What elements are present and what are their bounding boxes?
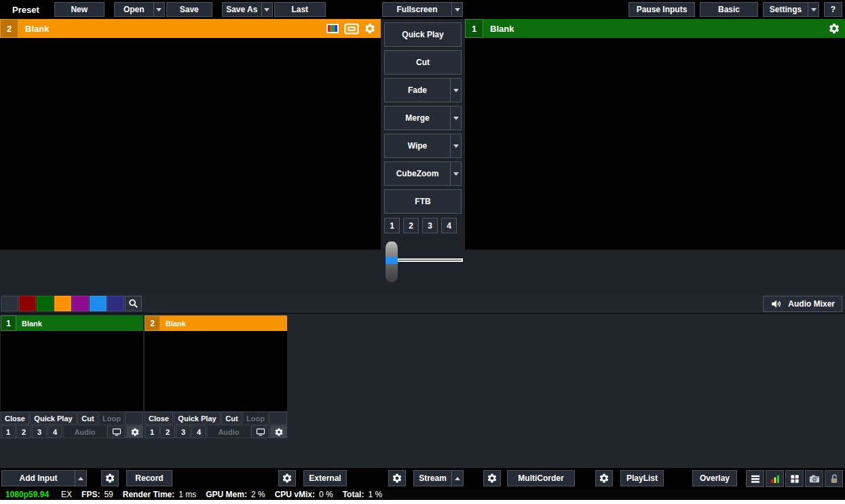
input-1-quick-play-button[interactable]: Quick Play: [30, 412, 77, 425]
color-swatch-navy[interactable]: [107, 296, 124, 311]
color-swatch-blue[interactable]: [90, 296, 107, 311]
record-button[interactable]: Record: [126, 470, 172, 486]
pause-inputs-button[interactable]: Pause Inputs: [628, 2, 695, 17]
playlist-settings-button[interactable]: [595, 470, 613, 486]
external-settings-button[interactable]: [278, 470, 296, 486]
open-dropdown-button[interactable]: [153, 2, 165, 17]
record-settings-button[interactable]: [101, 470, 119, 486]
search-button[interactable]: [125, 296, 142, 311]
save-as-dropdown-button[interactable]: [261, 2, 273, 17]
cut-label: Cut: [384, 50, 462, 75]
multicorder-settings-button[interactable]: [483, 470, 501, 486]
input-2-audio-button[interactable]: Audio: [207, 425, 250, 438]
input-2-overlay-3-button[interactable]: 3: [176, 425, 191, 438]
merge-dropdown-button[interactable]: [450, 106, 462, 130]
program-video-area[interactable]: [465, 38, 845, 250]
input-2-monitor-button[interactable]: [251, 425, 269, 438]
tbar-handle[interactable]: [386, 241, 398, 282]
overlay-2-button[interactable]: 2: [403, 218, 419, 233]
chevron-down-icon: [455, 8, 460, 12]
chevron-down-icon: [453, 144, 459, 148]
input-2-header[interactable]: 2 Blank: [145, 315, 287, 331]
gear-icon[interactable]: [828, 22, 840, 35]
overlay-3-button[interactable]: 3: [422, 218, 438, 233]
input-2-overlay-2-button[interactable]: 2: [160, 425, 175, 438]
input-2-quick-play-button[interactable]: Quick Play: [174, 412, 221, 425]
input-2-overlay-1-button[interactable]: 1: [145, 425, 159, 438]
lock-button[interactable]: [825, 470, 843, 487]
program-header[interactable]: 1 Blank: [465, 19, 845, 38]
input-1-settings-button[interactable]: [126, 425, 143, 438]
fade-label[interactable]: Fade: [384, 78, 450, 102]
color-swatch-green[interactable]: [37, 296, 54, 311]
input-1-title: Blank: [22, 319, 143, 328]
ftb-button[interactable]: FTB: [384, 189, 462, 214]
fullscreen-dropdown-button[interactable]: [451, 2, 463, 17]
input-2-overlay-4-button[interactable]: 4: [191, 425, 206, 438]
input-1-overlay-2-button[interactable]: 2: [16, 425, 31, 438]
input-2-settings-button[interactable]: [270, 425, 287, 438]
last-button[interactable]: Last: [274, 2, 326, 17]
help-button[interactable]: ?: [824, 2, 842, 17]
overlay-button[interactable]: Overlay: [692, 470, 737, 486]
input-2-thumbnail[interactable]: [145, 331, 287, 411]
wipe-label[interactable]: Wipe: [384, 134, 450, 158]
settings-button[interactable]: Settings: [763, 2, 808, 17]
tbar-track[interactable]: [397, 258, 463, 262]
gear-icon: [599, 473, 609, 484]
input-1-cut-button[interactable]: Cut: [77, 412, 98, 425]
color-swatch-purple[interactable]: [72, 296, 89, 311]
input-1-header[interactable]: 1 Blank: [1, 315, 143, 331]
gear-icon[interactable]: [364, 22, 376, 35]
stream-settings-button[interactable]: [388, 470, 406, 486]
color-swatch-none[interactable]: [1, 296, 18, 311]
input-1-audio-button[interactable]: Audio: [63, 425, 107, 438]
snapshot-button[interactable]: [805, 470, 823, 487]
fade-dropdown-button[interactable]: [450, 78, 462, 102]
input-1-loop-button[interactable]: Loop: [99, 412, 124, 425]
multiview-button[interactable]: [785, 470, 804, 487]
cubezoom-dropdown-button[interactable]: [450, 161, 462, 186]
multicorder-button[interactable]: MultiCorder: [507, 470, 575, 486]
cut-button[interactable]: Cut: [384, 50, 462, 75]
input-2-close-button[interactable]: Close: [145, 412, 173, 425]
input-2-cut-button[interactable]: Cut: [221, 412, 242, 425]
input-1-overlay-1-button[interactable]: 1: [1, 425, 16, 438]
overlay-1-button[interactable]: 1: [384, 218, 400, 233]
basic-button[interactable]: Basic: [700, 2, 758, 17]
input-2-loop-button[interactable]: Loop: [243, 412, 268, 425]
input-1-close-button[interactable]: Close: [1, 412, 29, 425]
playlist-button[interactable]: PlayList: [620, 470, 664, 486]
preview-header[interactable]: 2 Blank: [0, 19, 381, 38]
stream-button[interactable]: Stream: [413, 470, 451, 486]
wipe-dropdown-button[interactable]: [450, 134, 462, 158]
color-bars-icon[interactable]: [326, 23, 339, 34]
gear-icon: [130, 427, 140, 437]
input-1-overlay-3-button[interactable]: 3: [32, 425, 47, 438]
overlay-4-button[interactable]: 4: [441, 218, 457, 233]
settings-dropdown-button[interactable]: [808, 2, 819, 17]
audio-mixer-button[interactable]: Audio Mixer: [763, 296, 842, 312]
color-swatch-orange[interactable]: [54, 296, 71, 311]
vmix-window: Preset New Open Save Save As Last Fullsc…: [0, 0, 845, 504]
stream-dropdown-button[interactable]: [451, 470, 464, 486]
merge-label[interactable]: Merge: [384, 106, 450, 130]
new-button[interactable]: New: [54, 2, 105, 17]
external-button[interactable]: External: [303, 470, 347, 486]
preview-video-area[interactable]: [0, 38, 381, 250]
save-button[interactable]: Save: [166, 2, 212, 17]
open-button[interactable]: Open: [114, 2, 153, 17]
color-swatch-red[interactable]: [19, 296, 36, 311]
performance-chart-button[interactable]: [766, 470, 784, 487]
fullscreen-display-icon[interactable]: [344, 23, 359, 35]
quick-play-button[interactable]: Quick Play: [384, 22, 462, 47]
input-1-overlay-4-button[interactable]: 4: [48, 425, 62, 438]
add-input-button[interactable]: Add Input: [1, 470, 75, 486]
cubezoom-label[interactable]: CubeZoom: [384, 161, 450, 186]
input-1-monitor-button[interactable]: [107, 425, 126, 438]
save-as-button[interactable]: Save As: [222, 2, 261, 17]
menu-button[interactable]: [746, 470, 764, 487]
input-1-thumbnail[interactable]: [1, 331, 143, 411]
add-input-dropdown-button[interactable]: [75, 470, 87, 486]
fullscreen-button[interactable]: Fullscreen: [382, 2, 451, 17]
